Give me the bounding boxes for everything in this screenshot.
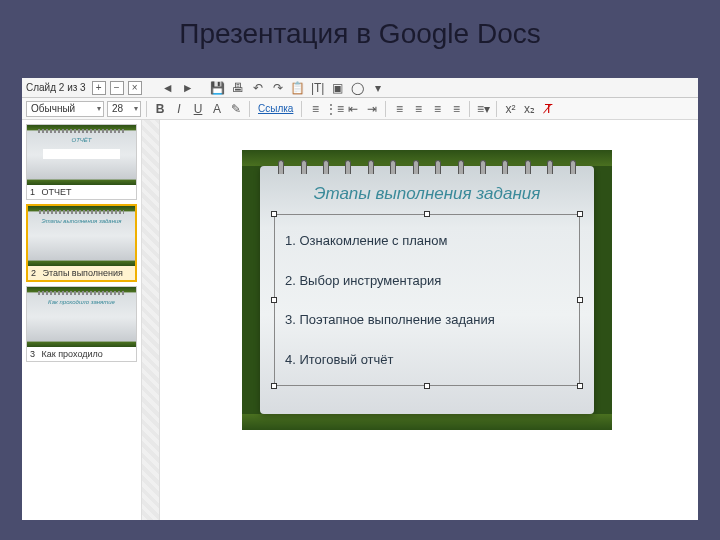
prev-icon[interactable]: ◄ <box>160 80 176 96</box>
close-button[interactable]: × <box>128 81 142 95</box>
align-left-icon[interactable]: ≡ <box>391 101 407 117</box>
save-icon[interactable]: 💾 <box>210 80 226 96</box>
app-window: Слайд 2 из 3 + − × ◄ ► 💾 🖶 ↶ ↷ 📋 |T| ▣ ◯… <box>22 78 698 520</box>
resize-handle[interactable] <box>271 297 277 303</box>
print-icon[interactable]: 🖶 <box>230 80 246 96</box>
outdent-icon[interactable]: ⇤ <box>345 101 361 117</box>
thumb-num: 1 <box>30 187 35 197</box>
next-icon[interactable]: ► <box>180 80 196 96</box>
zoom-in-button[interactable]: + <box>92 81 106 95</box>
content-textbox[interactable]: 1. Ознакомление с планом 2. Выбор инстру… <box>274 214 580 386</box>
resize-handle[interactable] <box>577 297 583 303</box>
text-tool-icon[interactable]: |T| <box>310 80 326 96</box>
subscript-icon[interactable]: x₂ <box>521 101 537 117</box>
format-toolbar: Обычный 28 B I U A ✎ Ссылка ≡ ⋮≡ ⇤ ⇥ ≡ ≡… <box>22 98 698 120</box>
redo-icon[interactable]: ↷ <box>270 80 286 96</box>
more-icon[interactable]: ▾ <box>370 80 386 96</box>
image-icon[interactable]: ▣ <box>330 80 346 96</box>
thumb-preview: Как проходило занятие <box>27 287 136 347</box>
bold-icon[interactable]: B <box>152 101 168 117</box>
resize-handle[interactable] <box>271 383 277 389</box>
thumb-label: 3 Как проходило <box>27 347 136 361</box>
thumb-title: Этапы выполнения задания <box>28 218 135 224</box>
superscript-icon[interactable]: x² <box>502 101 518 117</box>
zoom-out-button[interactable]: − <box>110 81 124 95</box>
slide-panel: ОТЧЁТ 1 ОТЧЕТ Этапы выполнения задания 2… <box>22 120 142 520</box>
resize-handle[interactable] <box>577 383 583 389</box>
align-justify-icon[interactable]: ≡ <box>448 101 464 117</box>
slide-thumb-2[interactable]: Этапы выполнения задания 2 Этапы выполне… <box>26 204 137 282</box>
thumb-caption: Как проходило <box>42 349 103 359</box>
resize-handle[interactable] <box>271 211 277 217</box>
line-spacing-icon[interactable]: ≡▾ <box>475 101 491 117</box>
list-item: 3. Поэтапное выполнение задания <box>285 312 569 327</box>
resize-handle[interactable] <box>577 211 583 217</box>
underline-icon[interactable]: U <box>190 101 206 117</box>
list-item: 2. Выбор инструментария <box>285 273 569 288</box>
slide-counter: Слайд 2 из 3 <box>26 82 86 93</box>
list-item: 1. Ознакомление с планом <box>285 233 569 248</box>
indent-icon[interactable]: ⇥ <box>364 101 380 117</box>
list-item: 4. Итоговый отчёт <box>285 352 569 367</box>
current-slide[interactable]: Этапы выполнения задания 1. Ознакомление… <box>242 150 612 430</box>
thumb-label: 2 Этапы выполнения <box>28 266 135 280</box>
bullet-list-icon[interactable]: ⋮≡ <box>326 101 342 117</box>
ruler-area <box>142 120 160 520</box>
shape-icon[interactable]: ◯ <box>350 80 366 96</box>
thumb-num: 3 <box>30 349 35 359</box>
highlight-icon[interactable]: ✎ <box>228 101 244 117</box>
resize-handle[interactable] <box>424 383 430 389</box>
slide-title[interactable]: Этапы выполнения задания <box>280 184 574 204</box>
style-dropdown[interactable]: Обычный <box>26 101 104 117</box>
body-area: ОТЧЁТ 1 ОТЧЕТ Этапы выполнения задания 2… <box>22 120 698 520</box>
thumb-caption: ОТЧЕТ <box>42 187 72 197</box>
thumb-caption: Этапы выполнения <box>43 268 123 278</box>
resize-handle[interactable] <box>424 211 430 217</box>
clear-format-icon[interactable]: T̸ <box>540 101 556 117</box>
statusbar: Слайд 2 из 3 + − × ◄ ► 💾 🖶 ↶ ↷ 📋 |T| ▣ ◯… <box>22 78 698 98</box>
thumb-preview: ОТЧЁТ <box>27 125 136 185</box>
slide-thumb-3[interactable]: Как проходило занятие 3 Как проходило <box>26 286 137 362</box>
bg-grass-bottom <box>242 414 612 430</box>
thumb-preview: Этапы выполнения задания <box>28 206 135 266</box>
align-center-icon[interactable]: ≡ <box>410 101 426 117</box>
thumb-num: 2 <box>31 268 36 278</box>
fontsize-dropdown[interactable]: 28 <box>107 101 141 117</box>
spiral-binding <box>270 160 584 174</box>
slide-canvas[interactable]: Этапы выполнения задания 1. Ознакомление… <box>160 120 698 520</box>
page-title: Презентация в Google Docs <box>0 0 720 64</box>
thumb-box <box>43 149 119 159</box>
thumb-title: ОТЧЁТ <box>27 137 136 143</box>
undo-icon[interactable]: ↶ <box>250 80 266 96</box>
notepad-bg: Этапы выполнения задания 1. Ознакомление… <box>260 166 594 414</box>
thumb-label: 1 ОТЧЕТ <box>27 185 136 199</box>
numbered-list-icon[interactable]: ≡ <box>307 101 323 117</box>
link-button[interactable]: Ссылка <box>255 103 296 114</box>
clipboard-icon[interactable]: 📋 <box>290 80 306 96</box>
align-right-icon[interactable]: ≡ <box>429 101 445 117</box>
thumb-title: Как проходило занятие <box>27 299 136 305</box>
text-color-icon[interactable]: A <box>209 101 225 117</box>
slide-thumb-1[interactable]: ОТЧЁТ 1 ОТЧЕТ <box>26 124 137 200</box>
italic-icon[interactable]: I <box>171 101 187 117</box>
